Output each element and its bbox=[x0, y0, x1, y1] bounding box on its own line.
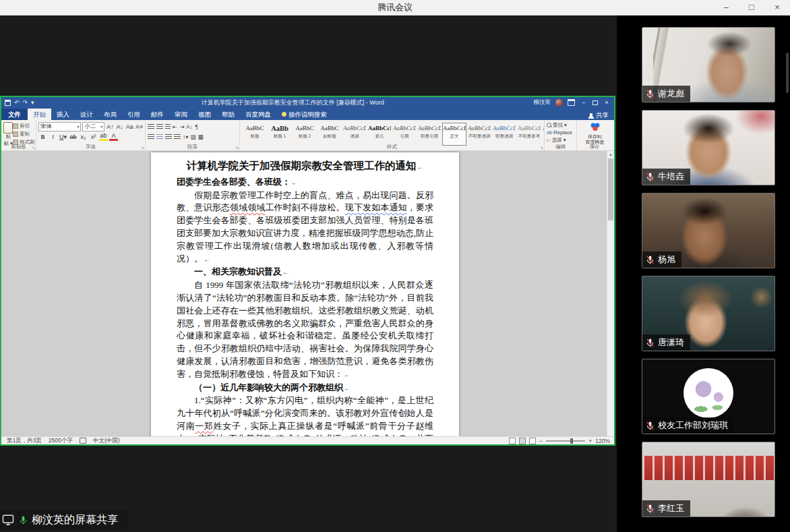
font-name-combobox[interactable]: 宋体▾ bbox=[38, 122, 81, 131]
cut-button[interactable]: 剪切 bbox=[13, 123, 35, 129]
proofing-icon[interactable] bbox=[80, 438, 86, 444]
style-item[interactable]: AaBbC标题 2 bbox=[293, 123, 317, 146]
ribbon-tab[interactable]: 百度网盘 bbox=[240, 109, 276, 120]
word-window[interactable]: ↶ ↷ ▾ 计算机学院关于加强假期宗教安全管理工作的文件 [兼容模式] - Wo… bbox=[0, 96, 615, 446]
styles-dialog-launcher[interactable]: ↘ bbox=[539, 145, 543, 150]
change-case-icon[interactable]: Aa bbox=[125, 122, 133, 131]
increase-indent-icon[interactable]: ⇥ bbox=[179, 123, 184, 130]
align-left-icon[interactable] bbox=[148, 134, 154, 140]
paragraph-dialog-launcher[interactable]: ↘ bbox=[235, 145, 239, 150]
document-scrollbar[interactable]: ▲ bbox=[607, 151, 614, 436]
style-item[interactable]: AaBbCcD要点 bbox=[367, 123, 392, 146]
language-indicator[interactable]: 中文(中国) bbox=[93, 437, 120, 445]
account-avatar[interactable] bbox=[555, 99, 563, 107]
scrollbar-thumb[interactable] bbox=[608, 158, 613, 220]
shrink-font-icon[interactable]: A↓ bbox=[116, 122, 124, 131]
decrease-indent-icon[interactable]: ⇤ bbox=[173, 123, 177, 130]
italic-icon[interactable]: I bbox=[49, 132, 57, 142]
paste-button[interactable]: 粘贴 ▾ bbox=[3, 121, 13, 144]
copy-button[interactable]: 复制 bbox=[13, 131, 35, 138]
style-item[interactable]: AaBbCcDd明显强调 bbox=[492, 123, 516, 146]
scroll-up-icon[interactable]: ▲ bbox=[607, 151, 614, 158]
participant-tile[interactable]: 唐潇琦 bbox=[642, 276, 775, 351]
style-item[interactable]: AaBbCcDd明显引用 bbox=[417, 123, 442, 146]
word-restore-icon[interactable] bbox=[592, 100, 598, 105]
style-item[interactable]: AaBbC副标题 bbox=[317, 123, 342, 146]
participant-tile[interactable]: 牛培垚 bbox=[642, 110, 775, 185]
highlight-color-icon[interactable]: ab bbox=[99, 132, 108, 141]
word-minimize-icon[interactable]: – bbox=[580, 99, 588, 106]
zoom-slider[interactable] bbox=[546, 440, 585, 442]
ribbon-tab[interactable]: 插入 bbox=[51, 109, 75, 120]
font-dialog-launcher[interactable]: ↘ bbox=[140, 145, 144, 150]
underline-icon[interactable]: U▾ bbox=[59, 132, 67, 142]
participant-tile[interactable]: 校友工作部刘瑞琪 bbox=[642, 359, 775, 434]
participant-tile[interactable]: 杨旭 bbox=[642, 193, 775, 268]
sidebar-scrollbar-thumb[interactable] bbox=[786, 53, 789, 93]
ribbon-tab[interactable]: 帮助 bbox=[216, 109, 240, 120]
style-item[interactable]: AaBbCcD强调 bbox=[342, 123, 367, 146]
strikethrough-icon[interactable]: ab bbox=[69, 132, 78, 142]
grow-font-icon[interactable]: A↑ bbox=[106, 122, 114, 131]
shading-icon[interactable]: ▨ bbox=[191, 134, 196, 140]
account-name[interactable]: 柳汶英 bbox=[534, 98, 551, 107]
bullets-icon[interactable] bbox=[148, 124, 154, 129]
zoom-out-icon[interactable]: − bbox=[539, 438, 543, 444]
word-close-icon[interactable]: × bbox=[603, 99, 611, 106]
web-layout-icon[interactable] bbox=[529, 438, 536, 444]
style-item[interactable]: AaBbCcDd引用 bbox=[392, 123, 417, 146]
undo-icon[interactable]: ↶ bbox=[14, 99, 20, 106]
print-layout-icon[interactable] bbox=[519, 438, 526, 444]
participant-tile[interactable]: 李红玉 bbox=[642, 442, 775, 517]
line-spacing-icon[interactable]: ↕▾ bbox=[183, 134, 189, 140]
save-icon[interactable] bbox=[5, 100, 11, 106]
find-button[interactable]: 查找 ▾ bbox=[547, 121, 575, 129]
superscript-icon[interactable]: x² bbox=[89, 132, 98, 142]
ribbon-tab[interactable]: 视图 bbox=[193, 109, 216, 120]
word-count[interactable]: 2500个字 bbox=[49, 437, 73, 445]
font-color-icon[interactable]: A bbox=[109, 132, 118, 141]
subscript-icon[interactable]: x₂ bbox=[79, 132, 88, 142]
page-indicator[interactable]: 第1页，共3页 bbox=[7, 437, 42, 445]
select-button[interactable]: ▻选择 ▾ bbox=[547, 136, 575, 144]
zoom-in-icon[interactable]: + bbox=[588, 438, 592, 444]
ribbon-tab[interactable]: 设计 bbox=[75, 109, 98, 120]
justify-icon[interactable] bbox=[174, 134, 181, 140]
participant-tile[interactable]: 谢龙彪 bbox=[642, 27, 775, 102]
zoom-level[interactable]: 120% bbox=[595, 438, 610, 444]
style-item[interactable]: AaBbCcD不明显参考 bbox=[517, 123, 541, 146]
align-right-icon[interactable] bbox=[165, 134, 172, 140]
ribbon-tab[interactable]: 引用 bbox=[122, 109, 146, 120]
share-button[interactable]: 共享 bbox=[588, 111, 614, 120]
multilevel-list-icon[interactable] bbox=[165, 124, 171, 129]
style-item[interactable]: AaBbC标题 bbox=[243, 123, 267, 146]
clipboard-dialog-launcher[interactable]: ↘ bbox=[31, 145, 35, 150]
ribbon-display-options-icon[interactable] bbox=[568, 99, 575, 106]
ribbon-tab[interactable]: 操作说明搜索 bbox=[276, 109, 332, 120]
style-item[interactable]: AaBbCcDd正文 bbox=[442, 123, 466, 146]
replace-button[interactable]: abReplace bbox=[547, 129, 575, 136]
align-center-icon[interactable] bbox=[156, 134, 163, 140]
redo-icon[interactable]: ↷ bbox=[23, 99, 28, 106]
ribbon-tab[interactable]: 布局 bbox=[98, 109, 122, 120]
style-item[interactable]: AaBbCcDd不明显强调 bbox=[467, 123, 491, 146]
zoom-slider-thumb[interactable] bbox=[570, 438, 573, 444]
ribbon-tab[interactable]: 邮件 bbox=[146, 109, 169, 120]
qat-customize-icon[interactable]: ▾ bbox=[31, 99, 34, 106]
maximize-icon[interactable]: □ bbox=[739, 0, 764, 16]
borders-icon[interactable]: ▦ bbox=[198, 134, 204, 140]
ribbon-tab[interactable]: 文件 bbox=[1, 109, 28, 120]
ribbon-tab[interactable]: 开始 bbox=[28, 109, 51, 120]
style-item[interactable]: AaBb标题 1 bbox=[268, 123, 292, 146]
close-icon[interactable]: × bbox=[764, 0, 790, 16]
show-marks-icon[interactable]: ¶ bbox=[195, 123, 198, 130]
read-mode-icon[interactable] bbox=[509, 438, 516, 444]
ribbon-tab[interactable]: 审阅 bbox=[169, 109, 193, 120]
font-size-combobox[interactable]: 小二▾ bbox=[82, 122, 104, 131]
clear-formatting-icon[interactable]: A× bbox=[135, 122, 144, 131]
sort-icon[interactable]: A↓ bbox=[186, 123, 193, 130]
numbering-icon[interactable] bbox=[156, 124, 163, 129]
bold-icon[interactable]: B bbox=[38, 132, 47, 142]
document-page[interactable]: 计算机学院关于加强假期宗教安全管理工作的通知←团委学生会各部委、各班级：←假期是… bbox=[151, 152, 459, 436]
minimize-icon[interactable]: – bbox=[713, 0, 739, 16]
